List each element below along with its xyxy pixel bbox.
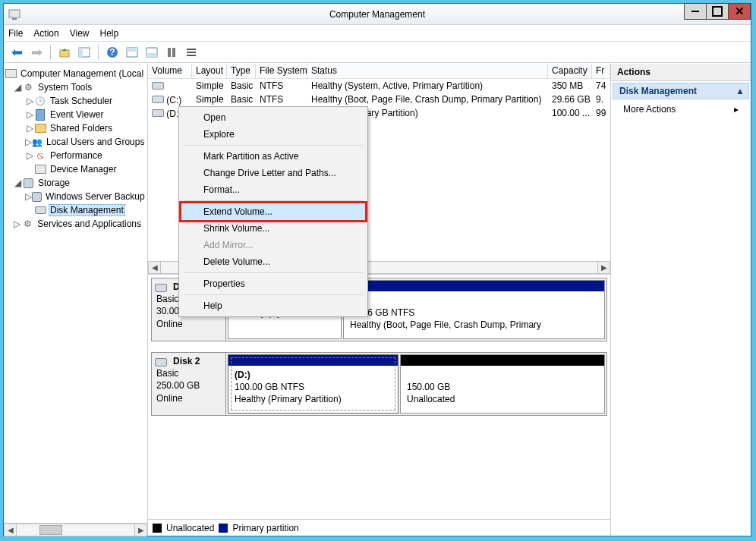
scroll-left-button[interactable]: ◀ — [4, 524, 17, 536]
partition-c[interactable]: (C:) 29.66 GB NTFS Healthy (Boot, Page F… — [343, 280, 605, 339]
forward-button[interactable]: ➡ — [28, 44, 45, 61]
tree-label: Windows Server Backup — [44, 191, 146, 202]
menu-extend-volume[interactable]: Extend Volume... — [181, 203, 366, 220]
svg-rect-14 — [187, 52, 196, 53]
menu-open[interactable]: Open — [181, 109, 366, 126]
legend-unallocated: Unallocated — [166, 523, 214, 533]
actions-more[interactable]: More Actions ▸ — [611, 101, 751, 118]
tree-event-viewer[interactable]: ▷Event Viewer — [5, 108, 146, 121]
settings-button[interactable] — [163, 44, 180, 61]
menu-action[interactable]: Action — [33, 28, 58, 39]
cell-status: Healthy (Boot, Page File, Crash Dump, Pr… — [307, 94, 548, 105]
col-capacity[interactable]: Capacity — [548, 64, 592, 78]
expand-icon[interactable]: ▷ — [25, 191, 32, 202]
col-type[interactable]: Type — [227, 64, 256, 78]
expand-icon[interactable]: ▷ — [25, 123, 34, 134]
cell-free: 99 — [592, 108, 610, 118]
part-size: 100.00 GB NTFS — [235, 381, 392, 393]
view-bottom-button[interactable] — [143, 44, 160, 61]
properties-button[interactable] — [183, 44, 200, 61]
scroll-left-button[interactable]: ◀ — [148, 261, 161, 274]
part-status: Unallocated — [407, 393, 598, 405]
actions-more-label: More Actions — [623, 104, 676, 115]
tree-services-apps[interactable]: ▷Services and Applications — [5, 217, 146, 231]
tree-performance[interactable]: ▷Performance — [5, 149, 146, 162]
col-layout[interactable]: Layout — [192, 64, 227, 78]
drive-icon — [152, 80, 164, 92]
window-title: Computer Management — [4, 9, 751, 20]
toolbar: ⬅ ➡ ? — [4, 42, 751, 63]
menu-help[interactable]: Help — [100, 28, 119, 39]
svg-rect-4 — [79, 48, 83, 57]
disk-type: Basic — [156, 367, 221, 379]
view-top-button[interactable] — [124, 44, 140, 61]
up-button[interactable] — [56, 44, 73, 61]
tree-label: Event Viewer — [49, 109, 105, 120]
col-filesystem[interactable]: File System — [256, 64, 307, 78]
tree-shared-folders[interactable]: ▷Shared Folders — [5, 121, 146, 135]
menu-help[interactable]: Help — [181, 297, 366, 314]
tree-task-scheduler[interactable]: ▷Task Scheduler — [5, 94, 146, 108]
legend-primary: Primary partition — [232, 523, 298, 533]
partition-unallocated[interactable]: 150.00 GB Unallocated — [400, 354, 605, 414]
collapse-icon[interactable]: ◢ — [13, 82, 22, 93]
scroll-right-button[interactable]: ▶ — [134, 524, 147, 536]
menu-explore[interactable]: Explore — [181, 126, 366, 143]
expand-icon[interactable]: ▷ — [25, 96, 34, 106]
menu-properties[interactable]: Properties — [181, 275, 366, 292]
menu-format[interactable]: Format... — [181, 181, 366, 198]
tools-icon — [22, 81, 34, 93]
folder-icon — [34, 122, 46, 134]
expand-icon[interactable]: ▷ — [25, 109, 34, 120]
collapse-icon[interactable]: ◢ — [13, 178, 22, 188]
col-free[interactable]: Fr — [592, 64, 610, 78]
tree-hscrollbar[interactable]: ◀ ▶ — [4, 523, 147, 536]
tree-system-tools[interactable]: ◢System Tools — [5, 80, 146, 94]
menu-shrink-volume[interactable]: Shrink Volume... — [181, 220, 366, 237]
expand-icon[interactable]: ▷ — [25, 150, 34, 161]
menu-file[interactable]: File — [8, 28, 23, 39]
actions-title: Actions — [611, 64, 751, 81]
svg-text:?: ? — [109, 47, 115, 58]
tree-storage[interactable]: ◢Storage — [5, 176, 146, 190]
partition-d[interactable]: (D:) 100.00 GB NTFS Healthy (Primary Par… — [228, 354, 398, 414]
volume-row[interactable]: (C:) Simple Basic NTFS Healthy (Boot, Pa… — [148, 93, 610, 106]
tree-windows-server-backup[interactable]: ▷Windows Server Backup — [5, 190, 146, 203]
tree-local-users[interactable]: ▷Local Users and Groups — [5, 135, 146, 149]
expand-icon[interactable]: ▷ — [25, 137, 32, 147]
menu-mark-active[interactable]: Mark Partition as Active — [181, 148, 366, 165]
menu-bar: File Action View Help — [4, 25, 751, 42]
help-button[interactable]: ? — [104, 44, 121, 61]
scroll-right-button[interactable]: ▶ — [597, 261, 610, 274]
menu-delete-volume[interactable]: Delete Volume... — [181, 253, 366, 270]
cell-free: 9. — [592, 94, 610, 105]
col-status[interactable]: Status — [307, 64, 548, 78]
back-button[interactable]: ⬅ — [8, 44, 25, 61]
legend-swatch-unallocated — [153, 524, 162, 533]
tree-device-manager[interactable]: Device Manager — [5, 162, 146, 176]
col-volume[interactable]: Volume — [148, 64, 192, 78]
app-icon — [8, 8, 20, 20]
maximize-button[interactable] — [706, 3, 729, 20]
actions-section-disk-management[interactable]: Disk Management ▴ — [613, 83, 749, 99]
disk-title: Disk 2 — [173, 355, 221, 367]
expand-icon[interactable]: ▷ — [13, 219, 22, 229]
tree-root[interactable]: Computer Management (Local — [5, 67, 146, 80]
tree-disk-management[interactable]: Disk Management — [5, 203, 146, 217]
cell-layout: Simple — [192, 80, 227, 91]
tree-label: Task Scheduler — [49, 96, 114, 106]
disk-header[interactable]: Disk 2 Basic 250.00 GB Online — [152, 353, 226, 415]
show-hide-tree-button[interactable] — [76, 44, 93, 61]
console-tree[interactable]: Computer Management (Local ◢System Tools… — [4, 64, 147, 523]
svg-rect-2 — [60, 50, 69, 57]
scroll-track[interactable] — [17, 524, 134, 536]
menu-change-letter[interactable]: Change Drive Letter and Paths... — [181, 165, 366, 181]
scroll-thumb[interactable] — [39, 525, 62, 535]
pane-top-icon — [126, 46, 138, 58]
center-pane: Volume Layout Type File System Status Ca… — [148, 64, 611, 536]
minimize-button[interactable] — [684, 3, 707, 20]
volume-row[interactable]: Simple Basic NTFS Healthy (System, Activ… — [148, 79, 610, 93]
menu-separator — [184, 272, 363, 273]
menu-view[interactable]: View — [70, 28, 90, 39]
close-button[interactable]: ✕ — [728, 3, 751, 20]
